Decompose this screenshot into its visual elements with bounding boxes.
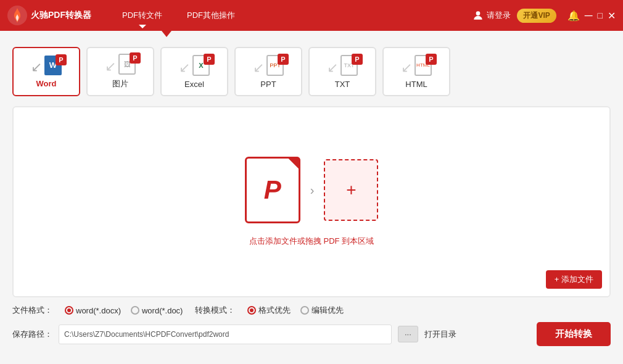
add-file-button[interactable]: + 添加文件 xyxy=(546,270,602,289)
excel-tab-icon: ↙ X P xyxy=(179,55,210,76)
open-dir-button[interactable]: 打开目录 xyxy=(424,329,456,340)
format-doc-label: word(*.doc) xyxy=(142,306,183,315)
menu-pdf-other[interactable]: PDF其他操作 xyxy=(175,5,247,26)
convert-arrow-icon: › xyxy=(310,183,315,197)
tab-html-label: HTML xyxy=(405,80,427,89)
format-doc-radio[interactable] xyxy=(131,306,139,315)
file-format-label: 文件格式： xyxy=(12,305,52,316)
image-tab-icon: ↙ 🖼 P xyxy=(105,54,136,75)
convert-mode-label: 转换模式： xyxy=(195,305,235,316)
word-tab-icon: ↙ W P xyxy=(31,56,62,75)
mode-radio-group: 格式优先 编辑优先 xyxy=(247,305,344,316)
drop-hint-text: 点击添加文件或拖拽 PDF 到本区域 xyxy=(249,236,374,247)
format-doc-option[interactable]: word(*.doc) xyxy=(131,306,183,315)
pdf-source-icon: P xyxy=(245,157,300,223)
mode-format-radio[interactable] xyxy=(247,306,256,315)
vip-button[interactable]: 开通VIP xyxy=(517,9,556,23)
save-path-input[interactable] xyxy=(59,325,392,344)
target-drop-box[interactable]: + xyxy=(324,159,378,221)
titlebar-right: 请登录 开通VIP 🔔 ─ □ ✕ xyxy=(472,9,616,23)
pdf-badge-image: P xyxy=(130,52,141,64)
tab-image-label: 图片 xyxy=(112,78,128,89)
pdf-badge-txt: P xyxy=(352,54,363,65)
path-row: 保存路径： ··· 打开目录 xyxy=(12,325,456,344)
login-label[interactable]: 请登录 xyxy=(487,10,511,21)
login-area[interactable]: 请登录 xyxy=(472,9,511,22)
format-docx-option[interactable]: word(*.docx) xyxy=(65,306,121,315)
ppt-tab-icon: ↙ PPT P xyxy=(253,55,284,76)
format-docx-radio[interactable] xyxy=(65,306,73,315)
tab-txt-label: TXT xyxy=(335,80,350,89)
drop-zone-icons: P › + xyxy=(245,157,379,223)
close-button[interactable]: ✕ xyxy=(608,10,616,22)
html-tab-icon: ↙ HTML P xyxy=(401,55,432,76)
format-tabs: ↙ W P Word ↙ 🖼 P xyxy=(12,47,611,96)
tab-excel-label: Excel xyxy=(184,80,204,89)
minimize-button[interactable]: ─ xyxy=(585,9,593,22)
flame-icon xyxy=(7,6,27,25)
menu-pdf-to-file[interactable]: PDF转文件 xyxy=(110,5,175,26)
pdf-p-letter: P xyxy=(264,175,281,205)
txt-tab-icon: ↙ TXT P xyxy=(327,55,358,76)
drop-zone-content: P › + 点击添加文件或拖拽 PDF 到本区域 xyxy=(245,157,379,247)
plus-icon: + xyxy=(346,180,356,200)
browse-button[interactable]: ··· xyxy=(398,326,418,342)
app-title: 火驰PDF转换器 xyxy=(31,10,91,21)
tab-word-label: Word xyxy=(36,79,57,88)
format-mode-row: 文件格式： word(*.docx) word(*.doc) 转换模式： 格式优… xyxy=(12,305,611,316)
start-convert-button[interactable]: 开始转换 xyxy=(537,322,611,346)
tab-txt[interactable]: ↙ TXT P TXT xyxy=(308,47,376,96)
mode-format-label: 格式优先 xyxy=(258,305,291,316)
tab-image[interactable]: ↙ 🖼 P 图片 xyxy=(86,47,154,96)
mode-format-option[interactable]: 格式优先 xyxy=(247,305,291,316)
pdf-badge-ppt: P xyxy=(278,54,289,65)
tab-ppt[interactable]: ↙ PPT P PPT xyxy=(234,47,302,96)
mode-edit-radio[interactable] xyxy=(300,306,309,315)
tab-excel[interactable]: ↙ X P Excel xyxy=(160,47,228,96)
svg-point-1 xyxy=(476,11,481,15)
format-radio-group: word(*.docx) word(*.doc) xyxy=(65,306,183,315)
tab-html[interactable]: ↙ HTML P HTML xyxy=(382,47,450,96)
pdf-badge-html: P xyxy=(426,54,437,65)
save-path-label: 保存路径： xyxy=(12,329,52,340)
main-menu: PDF转文件 PDF其他操作 xyxy=(110,5,472,26)
app-logo: 火驰PDF转换器 xyxy=(7,6,91,25)
drop-zone[interactable]: P › + 点击添加文件或拖拽 PDF 到本区域 + 添加文件 xyxy=(12,106,611,297)
user-icon xyxy=(472,9,484,22)
tab-ppt-label: PPT xyxy=(260,80,276,89)
tab-word[interactable]: ↙ W P Word xyxy=(12,47,80,96)
bottom-options: 文件格式： word(*.docx) word(*.doc) 转换模式： 格式优… xyxy=(12,305,611,346)
maximize-button[interactable]: □ xyxy=(598,10,603,20)
save-path-row: 保存路径： ··· 打开目录 开始转换 xyxy=(12,322,611,346)
main-content: ↙ W P Word ↙ 🖼 P xyxy=(0,37,623,364)
pdf-badge-word: P xyxy=(56,54,67,65)
format-docx-label: word(*.docx) xyxy=(76,306,121,315)
mode-edit-label: 编辑优先 xyxy=(312,305,344,316)
window-controls: 🔔 ─ □ ✕ xyxy=(567,9,616,22)
mode-edit-option[interactable]: 编辑优先 xyxy=(300,305,344,316)
bell-icon[interactable]: 🔔 xyxy=(567,10,580,22)
menu-arrow xyxy=(162,31,171,37)
titlebar: 火驰PDF转换器 PDF转文件 PDF其他操作 请登录 开通VIP 🔔 ─ □ … xyxy=(0,0,623,31)
pdf-badge-excel: P xyxy=(204,54,215,65)
